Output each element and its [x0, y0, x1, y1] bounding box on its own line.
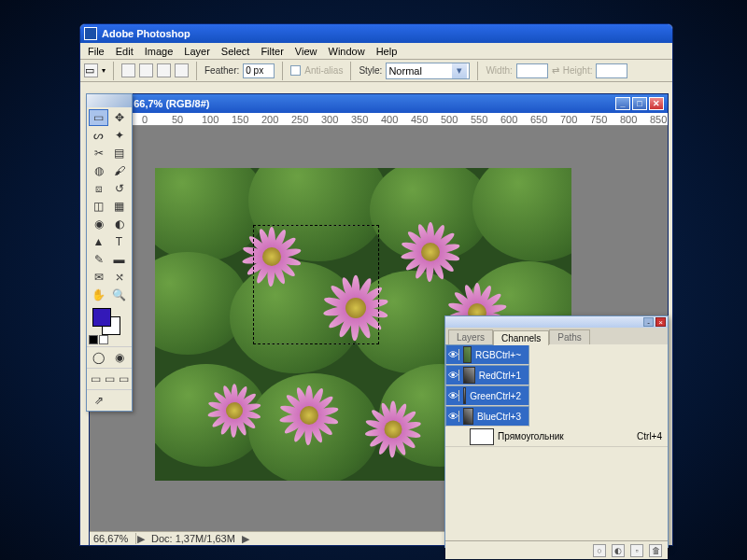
lasso-tool[interactable]: ᔕ	[89, 127, 108, 144]
width-label: Width:	[486, 65, 512, 76]
channel-row[interactable]: 👁GreenCtrl+2	[445, 385, 529, 406]
toolbox-panel[interactable]: ▭✥ᔕ✦✂▤◍🖌⧇↺◫▦◉◐▲T✎▬✉⤯✋🔍 ◯ ◉ ▭ ▭ ▭ ⇗	[86, 93, 133, 412]
antialias-checkbox	[290, 65, 301, 76]
channel-thumbnail	[470, 428, 494, 445]
selection-add-icon[interactable]	[139, 63, 153, 77]
hand-tool[interactable]: ✋	[89, 287, 108, 303]
foreground-color[interactable]	[92, 308, 111, 327]
visibility-icon[interactable]: 👁	[448, 349, 459, 360]
panel-minimize-icon[interactable]: -	[643, 317, 654, 327]
panel-header[interactable]: - ×	[445, 316, 668, 328]
channel-shortcut: Ctrl+~	[496, 350, 527, 360]
document-titlebar[interactable]: и.jpg @ 66,7% (RGB/8#) _ □ ✕	[90, 94, 668, 113]
delete-channel-icon[interactable]: 🗑	[649, 544, 662, 557]
app-title: Adobe Photoshop	[102, 28, 190, 39]
zoom-tool[interactable]: 🔍	[109, 287, 129, 303]
toolbox-header[interactable]	[87, 94, 132, 107]
app-titlebar[interactable]: Adobe Photoshop	[80, 24, 672, 43]
color-swatch[interactable]	[87, 305, 132, 333]
menu-file[interactable]: File	[82, 44, 110, 59]
zoom-field[interactable]: 66,67%	[90, 533, 136, 544]
load-selection-icon[interactable]: ○	[593, 544, 606, 557]
swap-colors-icon[interactable]	[99, 335, 108, 344]
blur-tool[interactable]: ◉	[89, 216, 108, 232]
active-tool-icon[interactable]: ▭	[84, 63, 98, 77]
feather-input[interactable]	[243, 63, 275, 78]
quickmask-off-icon[interactable]: ◯	[89, 349, 108, 366]
jump-to-icon[interactable]: ⇗	[89, 392, 108, 409]
stamp-tool[interactable]: ⧇	[89, 180, 108, 197]
selection-new-icon[interactable]	[121, 63, 135, 77]
maximize-button[interactable]: □	[632, 97, 647, 110]
panel-footer: ○ ◐ ▫ 🗑	[445, 540, 668, 559]
options-bar: ▭ ▾ Feather: Anti-alias Style: Normal▾ W…	[80, 60, 672, 82]
minimize-button[interactable]: _	[615, 97, 630, 110]
notes-tool[interactable]: ✉	[89, 269, 108, 286]
tool-grid: ▭✥ᔕ✦✂▤◍🖌⧇↺◫▦◉◐▲T✎▬✉⤯✋🔍	[87, 107, 132, 305]
channel-thumbnail	[463, 346, 472, 363]
menubar: FileEditImageLayerSelectFilterViewWindow…	[80, 43, 672, 60]
dodge-tool[interactable]: ◐	[109, 216, 129, 232]
panel-tabs: LayersChannelsPaths	[445, 328, 668, 344]
move-tool[interactable]: ✥	[109, 109, 129, 126]
gradient-tool[interactable]: ▦	[109, 198, 129, 215]
new-channel-icon[interactable]: ▫	[630, 544, 643, 557]
type-tool[interactable]: T	[109, 233, 129, 250]
channel-row[interactable]: 👁RedCtrl+1	[445, 365, 529, 385]
channel-name: Blue	[477, 412, 496, 422]
channel-name: RGB	[475, 350, 496, 360]
menu-edit[interactable]: Edit	[110, 44, 139, 59]
eyedropper-tool[interactable]: ⤯	[109, 269, 129, 286]
visibility-icon[interactable]: 👁	[448, 390, 459, 401]
channel-row[interactable]: 👁RGBCtrl+~	[445, 344, 529, 365]
brush-tool[interactable]: 🖌	[109, 162, 129, 179]
menu-select[interactable]: Select	[216, 44, 256, 59]
heal-tool[interactable]: ◍	[89, 162, 108, 179]
screenmode-full-menu-icon[interactable]: ▭	[103, 371, 116, 387]
separator	[113, 62, 114, 80]
channel-row[interactable]: ПрямоугольникCtrl+4	[445, 427, 668, 447]
eraser-tool[interactable]: ◫	[89, 198, 108, 215]
tab-paths[interactable]: Paths	[549, 329, 590, 344]
visibility-icon[interactable]: 👁	[448, 370, 459, 381]
menu-window[interactable]: Window	[323, 44, 371, 59]
shape-tool[interactable]: ▬	[109, 251, 129, 268]
menu-view[interactable]: View	[289, 44, 323, 59]
menu-help[interactable]: Help	[371, 44, 403, 59]
status-options-icon[interactable]: ▶	[241, 533, 250, 545]
marquee-selection[interactable]	[253, 225, 379, 344]
antialias-label: Anti-alias	[304, 65, 343, 76]
close-button[interactable]: ✕	[649, 97, 664, 110]
status-menu-icon[interactable]: ▶	[136, 533, 146, 545]
channel-thumbnail	[463, 408, 473, 425]
channel-shortcut: Ctrl+2	[496, 391, 527, 401]
path-sel-tool[interactable]: ▲	[89, 233, 108, 250]
marquee-tool[interactable]: ▭	[89, 109, 108, 126]
visibility-icon[interactable]: 👁	[448, 411, 459, 422]
menu-image[interactable]: Image	[139, 44, 179, 59]
wand-tool[interactable]: ✦	[109, 127, 129, 144]
selection-subtract-icon[interactable]	[157, 63, 171, 77]
width-input	[516, 63, 548, 78]
tab-channels[interactable]: Channels	[493, 330, 549, 345]
channels-panel[interactable]: - × LayersChannelsPaths 👁RGBCtrl+~👁RedCt…	[444, 315, 669, 548]
selection-intersect-icon[interactable]	[175, 63, 189, 77]
menu-filter[interactable]: Filter	[255, 44, 289, 59]
channel-row[interactable]: 👁BlueCtrl+3	[445, 406, 529, 427]
slice-tool[interactable]: ▤	[109, 145, 129, 161]
channel-thumbnail	[463, 367, 475, 384]
default-colors-icon[interactable]	[89, 335, 98, 344]
crop-tool[interactable]: ✂	[89, 145, 108, 161]
quickmask-on-icon[interactable]: ◉	[109, 349, 129, 366]
screenmode-full-icon[interactable]: ▭	[117, 371, 130, 387]
horizontal-ruler: 0501001502002503003504004505005506006507…	[90, 113, 668, 126]
panel-close-icon[interactable]: ×	[655, 317, 666, 327]
style-select[interactable]: Normal▾	[386, 63, 470, 79]
tab-layers[interactable]: Layers	[448, 329, 493, 344]
screenmode-standard-icon[interactable]: ▭	[89, 371, 102, 387]
save-selection-icon[interactable]: ◐	[612, 544, 625, 557]
height-input	[596, 63, 627, 78]
menu-layer[interactable]: Layer	[178, 44, 216, 59]
pen-tool[interactable]: ✎	[89, 251, 108, 268]
history-brush-tool[interactable]: ↺	[109, 180, 129, 197]
